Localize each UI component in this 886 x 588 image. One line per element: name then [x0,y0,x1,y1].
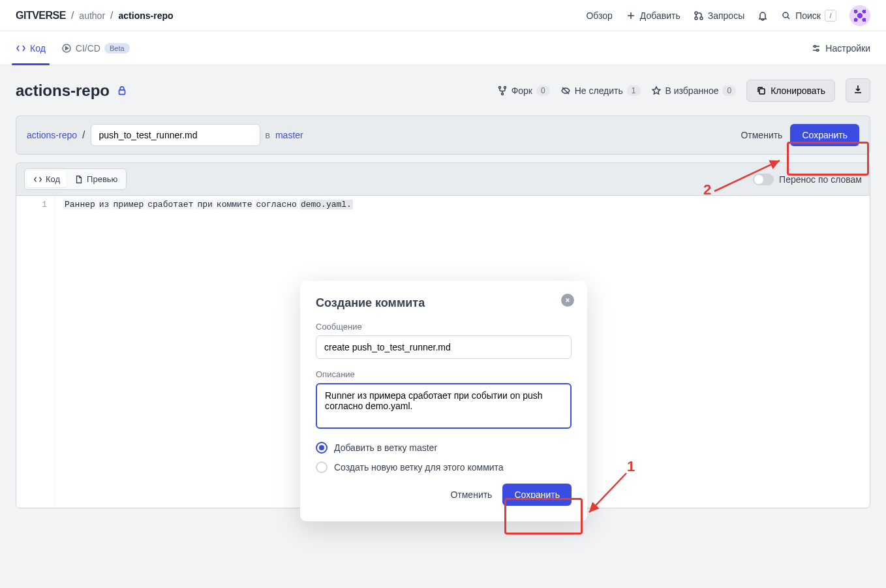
fork-button[interactable]: Форк 0 [497,85,550,96]
tabbar: Код CI/CD Beta Настройки [0,31,886,65]
code-view-button[interactable]: Код [27,171,67,187]
tab-code-label: Код [30,43,46,54]
star-count: 0 [722,85,736,96]
copy-icon [756,85,767,96]
radio-label: Создать новую ветку для этого коммита [334,462,504,472]
in-text: в [266,130,270,140]
preview-view-label: Превью [87,174,117,184]
separator: / [82,129,85,141]
svg-point-8 [498,86,500,88]
code-token: согласно [254,200,298,209]
svg-point-2 [700,17,703,20]
nav-add-label: Добавить [640,10,680,21]
svg-point-9 [504,86,506,88]
code-token: коммите [215,200,254,209]
bell-icon [757,10,768,21]
code-token: сработает [146,200,194,209]
cancel-link[interactable]: Отменить [741,130,782,140]
beta-badge: Beta [104,43,130,54]
save-button-top[interactable]: Сохранить [790,124,859,146]
radio-indicator [316,442,328,454]
modal-title: Создание коммита [316,296,572,310]
commit-description-input[interactable] [316,383,572,429]
svg-point-10 [501,93,503,95]
code-token: пример [112,200,145,209]
fork-icon [497,85,508,96]
logo[interactable]: GITVERSE [16,10,66,22]
svg-point-5 [814,45,816,47]
msg-label: Сообщение [316,322,572,332]
download-button[interactable] [846,78,870,102]
breadcrumb-author[interactable]: author [79,10,105,21]
breadcrumb-repo[interactable]: actions-repo [119,10,174,21]
wrap-label: Перенос по словам [779,174,862,185]
nav-add[interactable]: Добавить [626,10,680,21]
clone-button[interactable]: Клонировать [746,80,835,102]
svg-point-0 [695,12,697,14]
tab-settings[interactable]: Настройки [811,43,870,54]
radio-indicator [316,461,328,473]
annotation-number-1: 1 [627,458,635,475]
branch-link[interactable]: master [275,130,303,140]
star-icon [651,85,662,96]
radio-label: Добавить в ветку master [334,442,437,453]
nav-requests[interactable]: Запросы [694,10,744,21]
star-button[interactable]: В избранное 0 [651,85,737,96]
nav-search-label: Поиск [795,10,821,21]
star-label: В избранное [665,85,719,96]
play-circle-icon [61,43,72,54]
separator: / [71,10,74,22]
merge-icon [694,10,704,21]
watch-count: 1 [627,85,641,96]
tab-settings-label: Настройки [825,43,870,54]
file-icon [74,175,84,184]
editor-toolbar: Код Превью Перенос по словам [16,162,870,195]
close-icon [565,298,570,303]
svg-rect-7 [119,89,125,94]
plus-icon [626,10,636,21]
clone-label: Клонировать [771,85,825,96]
avatar[interactable] [849,5,870,26]
download-icon [853,84,863,95]
code-token: при [196,200,213,209]
code-view-label: Код [46,174,60,184]
tab-code[interactable]: Код [16,31,46,65]
tab-cicd[interactable]: CI/CD Beta [61,31,130,65]
commit-message-input[interactable] [316,335,572,359]
svg-point-1 [695,17,697,20]
radio-new-branch[interactable]: Создать новую ветку для этого коммита [316,461,572,473]
repo-title: actions-repo [16,82,128,100]
gutter: 1 [16,196,55,508]
edit-bar: actions-repo / в master Отменить Сохрани… [16,116,870,155]
tab-cicd-label: CI/CD [76,43,100,54]
modal-close-button[interactable] [561,294,574,307]
preview-view-button[interactable]: Превью [68,171,124,187]
repo-link[interactable]: actions-repo [27,130,77,140]
line-number: 1 [24,200,47,209]
filename-input[interactable] [91,124,260,146]
modal-cancel-button[interactable]: Отменить [450,489,492,500]
watch-label: Не следить [575,85,623,96]
fork-count: 0 [536,85,550,96]
svg-point-3 [783,12,788,18]
nav-overview[interactable]: Обзор [586,10,612,21]
search-kbd: / [825,10,836,22]
search-icon [781,10,791,21]
view-segment: Код Превью [24,168,127,190]
watch-button[interactable]: Не следить 1 [560,85,641,96]
sliders-icon [811,43,821,54]
wrap-toggle[interactable] [753,174,774,185]
code-token: из [98,200,111,209]
code-icon [16,43,26,54]
topbar: GITVERSE / author / actions-repo Обзор Д… [0,0,886,31]
nav-requests-label: Запросы [708,10,744,21]
radio-commit-master[interactable]: Добавить в ветку master [316,442,572,454]
modal-save-button[interactable]: Сохранить [502,484,572,506]
nav-search[interactable]: Поиск / [781,10,836,22]
code-line: Раннеризпримерсработаетприкоммитесогласн… [63,200,862,209]
svg-point-6 [817,49,819,51]
wrap-toggle-row: Перенос по словам [753,174,862,185]
eye-off-icon [560,85,571,96]
code-icon [33,175,42,184]
nav-notifications[interactable] [757,10,768,21]
